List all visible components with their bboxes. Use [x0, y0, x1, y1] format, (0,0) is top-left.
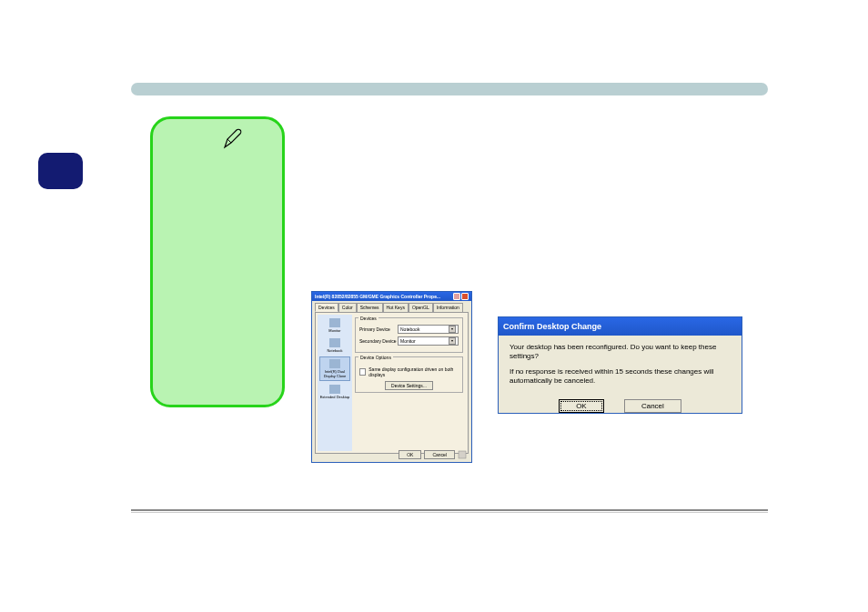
devices-panel: Devices Primary Device Notebook ▾ Second…	[352, 315, 466, 451]
confirm-title-text: Confirm Desktop Change	[503, 322, 601, 331]
secondary-device-value: Monitor	[400, 338, 416, 344]
chevron-down-icon: ▾	[449, 337, 456, 345]
dialog-titlebar[interactable]: Intel(R) 82852/82855 GM/GME Graphics Con…	[312, 292, 471, 301]
help-icon[interactable]	[453, 293, 460, 300]
monitor-icon	[329, 318, 340, 327]
confirm-message-2: If no response is received within 15 sec…	[510, 367, 731, 386]
sidebar-item-label: Monitor	[328, 328, 340, 333]
cancel-button[interactable]: Cancel	[424, 450, 455, 459]
sidebar-item-notebook[interactable]: Notebook	[319, 336, 350, 355]
tab-strip: Devices Color Schemes Hot Keys OpenGL In…	[312, 301, 471, 312]
ok-button[interactable]: OK	[399, 450, 421, 459]
secondary-device-label: Secondary Device	[359, 338, 398, 344]
notebook-icon	[329, 338, 340, 347]
tab-schemes[interactable]: Schemes	[357, 303, 383, 312]
primary-device-label: Primary Device	[359, 326, 398, 332]
confirm-cancel-button[interactable]: Cancel	[624, 399, 681, 413]
chevron-down-icon: ▾	[449, 326, 456, 333]
dialog-title-text: Intel(R) 82852/82855 GM/GME Graphics Con…	[315, 294, 440, 299]
tab-hotkeys[interactable]: Hot Keys	[383, 303, 409, 312]
sidebar-item-label: Extended Desktop	[320, 395, 350, 399]
sidebar-item-label: Notebook	[327, 348, 342, 353]
confirm-message-1: Your desktop has been reconfigured. Do y…	[510, 343, 731, 362]
tab-devices[interactable]: Devices	[315, 303, 338, 312]
close-icon[interactable]	[461, 293, 469, 300]
extended-desktop-icon	[329, 385, 340, 394]
tab-opengl[interactable]: OpenGL	[409, 303, 433, 312]
dual-display-icon	[329, 359, 340, 368]
device-mode-sidebar: Monitor Notebook Intel(R) Dual Display C…	[318, 315, 352, 451]
tab-information[interactable]: Information	[433, 303, 463, 312]
same-config-checkbox[interactable]	[359, 368, 366, 376]
same-config-label: Same display configuration driven on bot…	[368, 366, 459, 377]
device-settings-button[interactable]: Device Settings...	[385, 381, 433, 390]
confirm-ok-button[interactable]: OK	[559, 399, 604, 413]
svg-rect-1	[459, 451, 466, 458]
graphics-properties-dialog: Intel(R) 82852/82855 GM/GME Graphics Con…	[311, 291, 472, 463]
sidebar-item-monitor[interactable]: Monitor	[319, 316, 350, 335]
sidebar-item-label: Intel(R) Dual Display Clone	[320, 369, 349, 378]
pen-icon	[222, 128, 244, 154]
device-options-groupbox-label: Device Options	[358, 355, 393, 360]
footer-rule-shadow	[131, 512, 768, 513]
note-callout	[150, 116, 285, 407]
chapter-badge	[38, 153, 83, 189]
secondary-device-dropdown[interactable]: Monitor ▾	[398, 336, 459, 346]
devices-groupbox-label: Devices	[358, 316, 378, 321]
sidebar-item-extended[interactable]: Extended Desktop	[319, 383, 350, 401]
svg-line-0	[227, 139, 231, 143]
confirm-titlebar[interactable]: Confirm Desktop Change	[499, 317, 742, 336]
tab-color[interactable]: Color	[338, 303, 357, 312]
primary-device-dropdown[interactable]: Notebook ▾	[398, 325, 459, 334]
sidebar-item-dual-clone[interactable]: Intel(R) Dual Display Clone	[319, 356, 350, 381]
apply-icon[interactable]	[458, 450, 467, 459]
header-rule	[131, 83, 768, 95]
primary-device-value: Notebook	[400, 326, 419, 332]
footer-rule	[131, 509, 768, 511]
confirm-desktop-change-dialog: Confirm Desktop Change Your desktop has …	[498, 316, 742, 414]
